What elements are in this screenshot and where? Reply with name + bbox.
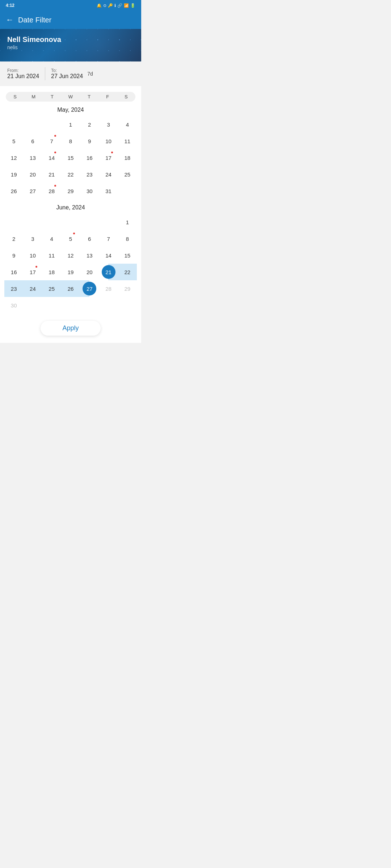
cal-cell <box>42 214 61 230</box>
date-range: From: 21 Jun 2024 To: 27 Jun 2024 7d <box>0 61 141 86</box>
apply-section: Apply <box>0 316 141 343</box>
cal-cell[interactable]: 27 <box>80 280 99 297</box>
cal-cell[interactable]: 10 <box>23 247 42 264</box>
battery-icon: 🔋 <box>130 3 135 8</box>
wifi-icon: 📶 <box>124 3 129 8</box>
cal-cell[interactable]: 1 <box>61 116 80 133</box>
cal-cell <box>4 214 23 230</box>
cal-cell <box>99 297 118 314</box>
cal-cell[interactable]: 12 <box>4 149 23 166</box>
day-header-t2: T <box>80 94 98 99</box>
cal-cell[interactable]: 29 <box>61 183 80 199</box>
cal-cell[interactable]: 28 <box>99 280 118 297</box>
day-header-w: W <box>61 94 80 99</box>
cal-cell[interactable]: 8 <box>61 133 80 149</box>
cal-cell[interactable]: 7 <box>42 133 61 149</box>
profile-banner: Nell Simeonova nelis <box>0 29 141 61</box>
from-date: 21 Jun 2024 <box>7 73 39 80</box>
page-title: Date Filter <box>18 16 51 24</box>
cal-cell[interactable]: 13 <box>23 149 42 166</box>
cal-cell[interactable]: 4 <box>118 116 137 133</box>
cal-cell[interactable]: 27 <box>23 183 42 199</box>
cal-cell[interactable]: 23 <box>4 280 23 297</box>
cal-cell[interactable]: 30 <box>4 297 23 314</box>
cal-cell[interactable]: 7 <box>99 230 118 247</box>
cal-cell[interactable]: 10 <box>99 133 118 149</box>
top-bar: ← Date Filter <box>0 11 141 29</box>
cal-cell[interactable]: 25 <box>42 280 61 297</box>
cal-cell[interactable]: 16 <box>80 149 99 166</box>
cal-cell[interactable]: 24 <box>99 166 118 183</box>
cal-cell[interactable]: 22 <box>61 166 80 183</box>
status-time: 4:12 <box>6 3 14 8</box>
cal-cell <box>99 214 118 230</box>
cal-cell <box>80 214 99 230</box>
cal-cell[interactable]: 14 <box>99 247 118 264</box>
info-icon: ℹ <box>114 3 116 8</box>
cal-cell[interactable]: 23 <box>80 166 99 183</box>
date-separator <box>45 67 45 80</box>
may-calendar-grid: 1234567891011121314151617181920212223242… <box>4 116 137 199</box>
cal-cell[interactable]: 6 <box>80 230 99 247</box>
back-button[interactable]: ← <box>6 15 14 25</box>
cal-cell[interactable]: 6 <box>23 133 42 149</box>
cal-cell <box>118 297 137 314</box>
cal-cell <box>23 214 42 230</box>
day-header-m: M <box>24 94 43 99</box>
cal-cell[interactable]: 13 <box>80 247 99 264</box>
to-date: 27 Jun 2024 <box>51 73 83 80</box>
cal-cell[interactable]: 9 <box>80 133 99 149</box>
cal-cell[interactable]: 3 <box>99 116 118 133</box>
status-bar: 4:12 🔔 ⊙ 🔑 ℹ 🔗 📶 🔋 <box>0 0 141 11</box>
cal-cell[interactable]: 22 <box>118 264 137 280</box>
cal-cell <box>23 116 42 133</box>
cal-cell[interactable]: 3 <box>23 230 42 247</box>
cal-cell[interactable]: 25 <box>118 166 137 183</box>
status-icons: 🔔 ⊙ 🔑 ℹ 🔗 📶 🔋 <box>97 3 135 8</box>
cal-cell[interactable]: 19 <box>61 264 80 280</box>
cal-cell[interactable]: 20 <box>80 264 99 280</box>
cal-cell[interactable]: 14 <box>42 149 61 166</box>
cal-cell[interactable]: 21 <box>42 166 61 183</box>
cal-cell[interactable]: 5 <box>61 230 80 247</box>
apply-button[interactable]: Apply <box>41 321 100 336</box>
cal-cell[interactable]: 5 <box>4 133 23 149</box>
cal-cell[interactable]: 28 <box>42 183 61 199</box>
cal-cell <box>118 183 137 199</box>
cal-cell <box>61 297 80 314</box>
cal-cell[interactable]: 17 <box>99 149 118 166</box>
key-icon: 🔑 <box>108 3 113 8</box>
cal-cell[interactable]: 19 <box>4 166 23 183</box>
cal-cell[interactable]: 16 <box>4 264 23 280</box>
day-header-t1: T <box>43 94 61 99</box>
day-header-f: F <box>98 94 117 99</box>
cal-cell[interactable]: 11 <box>42 247 61 264</box>
to-label: To: <box>51 68 83 73</box>
cal-cell[interactable]: 2 <box>80 116 99 133</box>
cal-cell[interactable]: 18 <box>118 149 137 166</box>
cal-cell[interactable]: 24 <box>23 280 42 297</box>
cal-cell[interactable]: 26 <box>61 280 80 297</box>
cal-cell[interactable]: 15 <box>118 247 137 264</box>
cal-cell[interactable]: 4 <box>42 230 61 247</box>
cal-cell[interactable]: 20 <box>23 166 42 183</box>
cal-cell[interactable]: 2 <box>4 230 23 247</box>
cal-cell[interactable]: 8 <box>118 230 137 247</box>
cal-cell[interactable]: 12 <box>61 247 80 264</box>
cal-cell[interactable]: 18 <box>42 264 61 280</box>
cal-cell <box>4 116 23 133</box>
cal-cell[interactable]: 9 <box>4 247 23 264</box>
cal-cell <box>61 214 80 230</box>
day-header-s1: S <box>6 94 24 99</box>
cal-cell[interactable]: 15 <box>61 149 80 166</box>
cal-cell[interactable]: 26 <box>4 183 23 199</box>
day-headers: S M T W T F S <box>6 92 135 102</box>
cal-cell[interactable]: 21 <box>99 264 118 280</box>
cal-cell[interactable]: 29 <box>118 280 137 297</box>
cal-cell[interactable]: 31 <box>99 183 118 199</box>
face-id-icon: ⊙ <box>103 3 106 8</box>
cal-cell[interactable]: 1 <box>118 214 137 230</box>
cal-cell[interactable]: 30 <box>80 183 99 199</box>
cal-cell[interactable]: 11 <box>118 133 137 149</box>
cal-cell[interactable]: 17 <box>23 264 42 280</box>
